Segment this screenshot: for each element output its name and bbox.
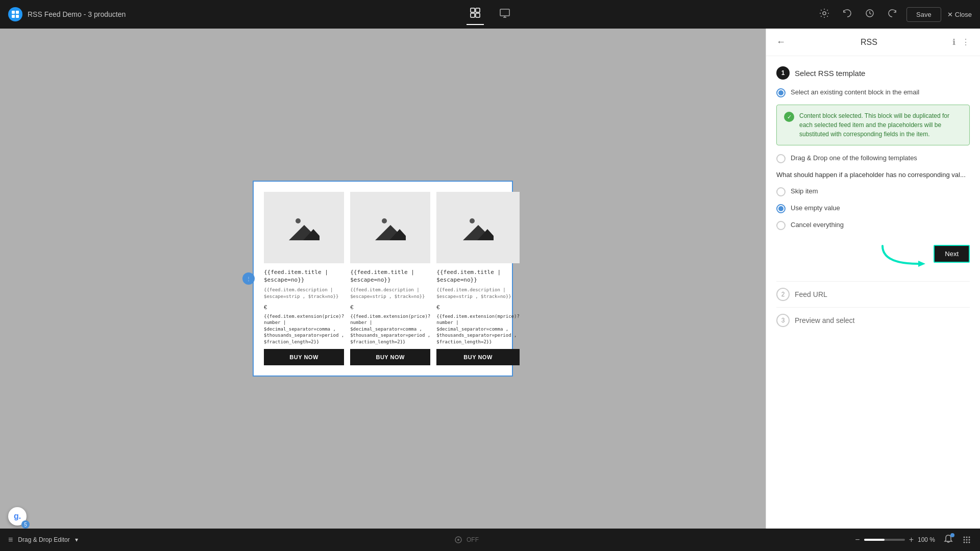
svg-point-31 [964,542,965,543]
zoom-in-button[interactable]: + [909,535,914,544]
top-bar: RSS Feed Demo - 3 producten [0,0,980,29]
buy-button-2[interactable]: BUY NOW [350,349,430,365]
panel-back-button[interactable]: ← [776,37,786,47]
settings-icon[interactable] [816,5,833,24]
product-title-1: {{feed.item.title | $escape=no}} [264,268,344,284]
product-card-3: {{feed.item.title | $escape=no}} {{feed.… [436,192,520,366]
zoom-controls: − + 100 % [855,535,935,544]
zoom-out-button[interactable]: − [855,535,860,544]
hamburger-icon[interactable]: ≡ [8,535,13,544]
radio-cancel-everything[interactable]: Cancel everything [776,220,970,230]
close-x-icon: ✕ [947,11,953,18]
product-image-3 [436,192,520,263]
product-price-template-2: {{feed.item.extension(price)?number | $d… [350,313,430,345]
svg-point-13 [296,218,301,223]
app-title: RSS Feed Demo - 3 producten [28,10,126,18]
panel-content: 1 Select RSS template Select an existing… [766,56,980,529]
radio-skip-circle [776,187,786,196]
next-arrow-annotation [872,238,939,269]
product-price-prefix-2: € [350,304,430,310]
redo-icon[interactable] [884,5,900,24]
history-icon[interactable] [862,5,878,24]
toggle-label: OFF [467,536,479,543]
step-1-section: 1 Select RSS template Select an existing… [776,66,970,269]
radio-existing-block-label: Select an existing content block in the … [791,88,919,97]
product-price-template-1: {{feed.item.extension(price)?number | $d… [264,313,344,345]
svg-marker-22 [918,261,925,267]
radio-cancel-circle [776,221,786,230]
product-desc-2: {{feed.item.description | $escape=strip … [350,287,430,299]
svg-rect-2 [12,15,15,18]
grid-view-icon[interactable] [467,4,484,25]
radio-cancel-label: Cancel everything [791,220,844,230]
product-image-1 [264,192,344,263]
radio-empty-circle [776,204,786,213]
svg-rect-7 [476,13,480,17]
svg-point-28 [964,539,965,541]
step-3-section: 3 Preview and select [776,307,970,333]
step-1-header: 1 Select RSS template [776,66,970,80]
radio-empty-value[interactable]: Use empty value [776,204,970,213]
panel-info-icon[interactable]: ℹ [952,37,955,47]
bottom-bar: ≡ Drag & Drop Editor ▾ OFF − + 100 % [0,529,980,551]
svg-rect-6 [471,13,475,17]
product-card: {{feed.item.title | $escape=no}} {{feed.… [264,192,344,366]
svg-point-29 [966,539,968,541]
svg-rect-1 [16,11,19,14]
svg-point-16 [382,218,387,223]
canvas-handle[interactable]: ⋮ [242,272,255,285]
buy-button-3[interactable]: BUY NOW [436,349,520,365]
editor-label: Drag & Drop Editor [18,536,69,543]
main-content: ⋮ {{feed.item.title | $escape=no}} {{fee… [0,29,980,529]
notification-icon[interactable] [943,534,953,546]
bottom-left: ≡ Drag & Drop Editor ▾ [8,535,78,544]
grid-dots-icon[interactable] [962,535,972,545]
placeholder-question: What should happen if a placeholder has … [776,170,970,180]
step-1-title: Select RSS template [795,69,865,78]
radio-existing-block-circle [776,88,786,97]
svg-point-25 [964,537,965,538]
buy-button-1[interactable]: BUY NOW [264,349,344,365]
svg-point-30 [969,539,970,541]
step-1-number: 1 [776,66,790,80]
product-price-prefix-1: € [264,304,344,310]
panel-header: ← RSS ℹ ⋮ [766,29,980,56]
top-bar-right: Save ✕ Close [513,5,972,24]
product-price-template-3: {{feed.item.extension(mprice)?number | $… [436,313,520,345]
save-button[interactable]: Save [906,7,941,22]
svg-rect-3 [16,15,19,18]
zoom-level: 100 % [918,536,935,543]
zoom-slider[interactable] [864,539,905,541]
step-2-section: 2 Feed URL [776,281,970,307]
radio-drag-drop-label: Drag & Drop one of the following templat… [791,154,917,163]
panel-title: RSS [792,38,946,47]
panel-more-icon[interactable]: ⋮ [962,37,970,47]
svg-point-19 [470,218,475,223]
zoom-slider-fill [864,539,885,541]
next-button[interactable]: Next [934,245,970,263]
radio-skip-label: Skip item [791,187,818,196]
product-card-2: {{feed.item.title | $escape=no}} {{feed.… [350,192,430,366]
radio-skip-item[interactable]: Skip item [776,187,970,196]
undo-icon[interactable] [839,5,855,24]
top-bar-center [467,4,513,25]
close-button[interactable]: ✕ Close [947,11,972,18]
svg-point-24 [457,539,459,541]
notification-dot [950,533,954,537]
step-3-title: Preview and select [795,316,855,324]
step-2-number: 2 [776,288,790,301]
svg-rect-4 [471,8,475,12]
success-box: ✓ Content block selected. This block wil… [776,105,970,145]
toggle-area: OFF [454,536,479,544]
editor-chevron-icon[interactable]: ▾ [75,536,78,543]
product-price-prefix-3: € [436,304,520,310]
desktop-view-icon[interactable] [496,5,513,24]
svg-point-11 [823,12,826,15]
toggle-icon [454,536,462,544]
google-badge: 5 [21,520,30,529]
radio-existing-block[interactable]: Select an existing content block in the … [776,88,970,97]
radio-drag-drop[interactable]: Drag & Drop one of the following templat… [776,154,970,163]
product-desc-3: {{feed.item.description | $escape=strip … [436,287,520,299]
canvas-area: ⋮ {{feed.item.title | $escape=no}} {{fee… [0,29,766,529]
radio-empty-label: Use empty value [791,204,840,213]
